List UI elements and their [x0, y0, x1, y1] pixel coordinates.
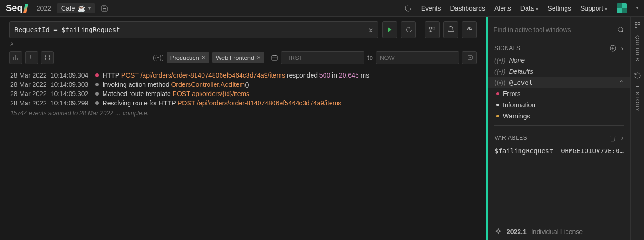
cup-icon: ☕ — [78, 5, 85, 12]
from-input[interactable] — [281, 51, 364, 64]
logo: Seq — [6, 3, 27, 13]
nav-events[interactable]: Events — [421, 5, 441, 12]
signal-label: None — [509, 57, 525, 64]
history-icon[interactable] — [634, 72, 641, 79]
signal-none[interactable]: ((•))None — [488, 55, 630, 66]
toolbar: ((•)) Production× Web Frontend× to — [0, 49, 486, 69]
svg-marker-1 — [388, 27, 392, 32]
svg-rect-21 — [635, 23, 637, 25]
version-year: 2022 — [37, 5, 51, 12]
tail-button[interactable] — [401, 21, 416, 38]
calendar-icon[interactable] — [271, 54, 278, 61]
chart-icon[interactable] — [9, 51, 22, 64]
log-message: HTTP POST /api/orders/order-814074806ef5… — [103, 71, 370, 79]
signal-information[interactable]: Information — [488, 99, 630, 110]
collapse-signals-icon[interactable]: › — [621, 45, 624, 52]
main-panel: × λ ((•)) Product — [0, 17, 486, 240]
side-footer: 2022.1 Individual License — [488, 223, 630, 240]
workspace-name: Café — [61, 5, 75, 12]
variable-value: '0HMGE1O1UV7VB:0… — [557, 147, 624, 155]
remove-filter-icon[interactable]: × — [257, 54, 260, 61]
nav-dashboards[interactable]: Dashboards — [450, 5, 485, 12]
query-input[interactable] — [14, 26, 368, 33]
add-filter-button[interactable] — [425, 21, 440, 38]
filter-production[interactable]: Production× — [167, 52, 209, 63]
workspace-selector[interactable]: Café ☕ ▾ — [57, 3, 96, 13]
svg-rect-10 — [272, 55, 277, 60]
log-date: 28 Mar 2022 — [10, 71, 47, 79]
log-time: 10:14:09.303 — [51, 81, 91, 88]
clear-range-icon[interactable] — [462, 51, 477, 64]
avatar[interactable] — [617, 3, 627, 13]
clear-query-icon[interactable]: × — [368, 25, 373, 35]
tooltip-icon[interactable] — [25, 51, 38, 64]
log-date: 28 Mar 2022 — [10, 81, 47, 88]
filter-webfrontend[interactable]: Web Frontend× — [212, 52, 264, 63]
chevron-up-icon[interactable]: ⌃ — [619, 79, 624, 86]
signals-title: SIGNALS — [494, 45, 520, 52]
svg-rect-22 — [638, 23, 640, 25]
log-time: 10:14:09.299 — [51, 99, 91, 107]
side-search[interactable] — [494, 21, 624, 38]
variable-name: $failingRequest — [494, 147, 553, 155]
log-row[interactable]: 28 Mar 202210:14:09.304HTTP POST /api/or… — [10, 71, 476, 80]
to-input[interactable] — [376, 51, 459, 64]
signal-label: Warnings — [503, 112, 530, 120]
filter-label: Web Frontend — [216, 54, 254, 61]
query-box[interactable]: × — [9, 21, 378, 38]
svg-point-6 — [469, 29, 469, 30]
logo-text: Seq — [6, 3, 23, 13]
log-row[interactable]: 28 Mar 202210:14:09.302Matched route tem… — [10, 89, 476, 98]
refresh-spinner-icon[interactable] — [404, 5, 412, 12]
remove-filter-icon[interactable]: × — [202, 54, 206, 61]
to-label: to — [367, 54, 373, 61]
collapse-vars-icon[interactable]: › — [621, 134, 624, 142]
nav-data[interactable]: Data — [520, 5, 539, 12]
variable-row[interactable]: $failingRequest '0HMGE1O1UV7VB:0… — [488, 144, 630, 157]
variables-header: VARIABLES › — [488, 130, 630, 144]
history-tab[interactable]: HISTORY — [635, 86, 640, 112]
add-signal-icon[interactable] — [609, 45, 617, 52]
scan-footnote: 15744 events scanned to 28 Mar 2022 … co… — [10, 110, 476, 117]
nav-settings[interactable]: Settings — [547, 5, 571, 12]
log-message: Resolving route for HTTP POST /api/order… — [103, 99, 342, 107]
level-dot-icon — [95, 83, 99, 86]
save-icon[interactable] — [101, 5, 108, 12]
signal-label: Errors — [503, 90, 520, 97]
run-button[interactable] — [382, 21, 397, 38]
logo-accent-icon — [23, 4, 28, 13]
trash-icon[interactable] — [609, 134, 617, 142]
signal-warnings[interactable]: Warnings — [488, 110, 630, 122]
queries-tab[interactable]: QUERIES — [635, 35, 640, 62]
side-panel: SIGNALS › ((•))None ((•))Defaults ((•))@… — [486, 17, 630, 240]
nav-support[interactable]: Support — [580, 5, 607, 12]
search-icon[interactable] — [617, 26, 624, 33]
chevron-down-icon: ▾ — [88, 6, 91, 11]
svg-rect-3 — [433, 27, 435, 29]
version-text: 2022.1 — [507, 228, 527, 235]
user-chevron-icon[interactable]: ▾ — [636, 6, 638, 11]
log-message: Invoking action method OrdersController.… — [103, 81, 249, 88]
signal-atlevel[interactable]: ((•))@Level⌃ — [488, 77, 630, 88]
queries-icon[interactable] — [634, 21, 641, 29]
top-bar: Seq 2022 Café ☕ ▾ Events Dashboards Aler… — [0, 0, 644, 17]
log-time: 10:14:09.304 — [51, 71, 91, 79]
lambda-label[interactable]: λ — [0, 41, 486, 49]
event-list[interactable]: 28 Mar 202210:14:09.304HTTP POST /api/or… — [0, 69, 486, 240]
signal-button[interactable] — [462, 21, 477, 38]
signal-errors[interactable]: Errors — [488, 88, 630, 99]
signal-label: @Level — [509, 79, 533, 86]
log-row[interactable]: 28 Mar 202210:14:09.303Invoking action m… — [10, 80, 476, 89]
braces-icon[interactable] — [41, 51, 54, 64]
level-dot-icon — [95, 101, 99, 105]
alert-button[interactable] — [443, 21, 458, 38]
variables-title: VARIABLES — [494, 135, 527, 141]
side-search-input[interactable] — [494, 26, 617, 33]
sparkle-icon — [494, 228, 502, 235]
signals-header: SIGNALS › — [488, 40, 630, 55]
signal-defaults[interactable]: ((•))Defaults — [488, 66, 630, 77]
license-text: Individual License — [531, 228, 583, 235]
log-row[interactable]: 28 Mar 202210:14:09.299Resolving route f… — [10, 98, 476, 108]
svg-point-16 — [618, 27, 623, 31]
nav-alerts[interactable]: Alerts — [494, 5, 511, 12]
